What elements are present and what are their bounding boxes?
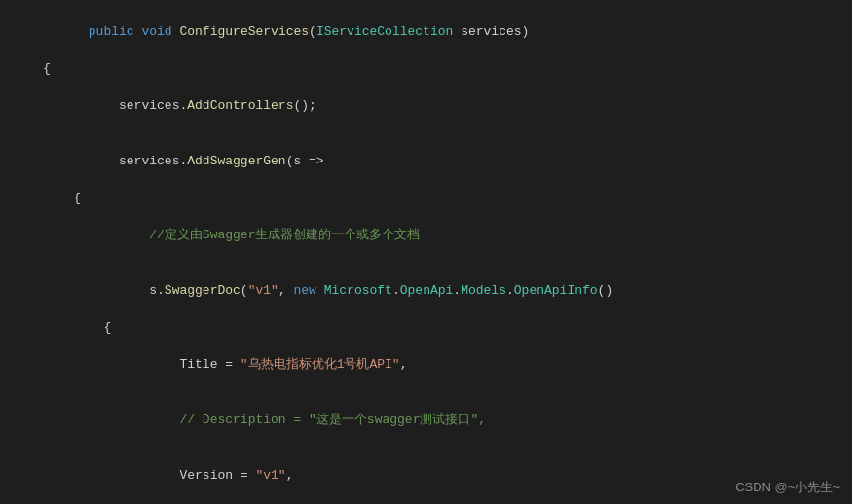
watermark: CSDN @~小先生~ — [735, 479, 840, 496]
code-line: { — [0, 59, 852, 78]
code-line: { — [0, 189, 852, 207]
code-line: s.SwaggerDoc("v1", new Microsoft.OpenApi… — [0, 263, 852, 318]
code-line: //定义由Swagger生成器创建的一个或多个文档 — [0, 207, 852, 263]
code-line: services.AddSwaggerGen(s => — [0, 133, 852, 189]
code-line: services.AddControllers(); — [0, 78, 852, 133]
code-line: { — [0, 318, 852, 337]
code-line: public void ConfigureServices(IServiceCo… — [0, 4, 852, 59]
code-line: // Description = "这是一个swagger测试接口", — [0, 392, 852, 448]
code-line: Title = "乌热电指标优化1号机API", — [0, 337, 852, 392]
code-editor: public void ConfigureServices(IServiceCo… — [0, 0, 852, 504]
code-line: Version = "v1", — [0, 448, 852, 503]
